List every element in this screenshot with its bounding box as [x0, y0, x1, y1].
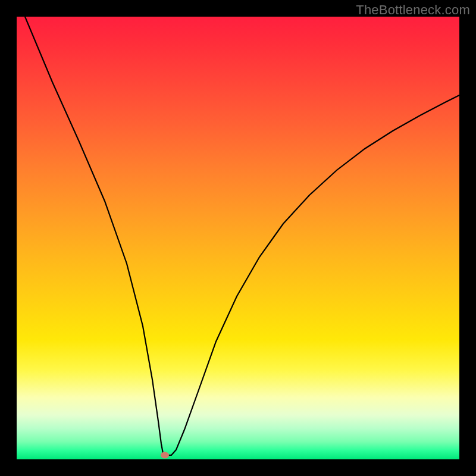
watermark-text: TheBottleneck.com	[356, 2, 470, 18]
minimum-marker	[161, 452, 169, 459]
plot-area	[17, 17, 459, 459]
chart-frame: TheBottleneck.com	[0, 0, 476, 476]
bottleneck-curve	[17, 17, 459, 459]
